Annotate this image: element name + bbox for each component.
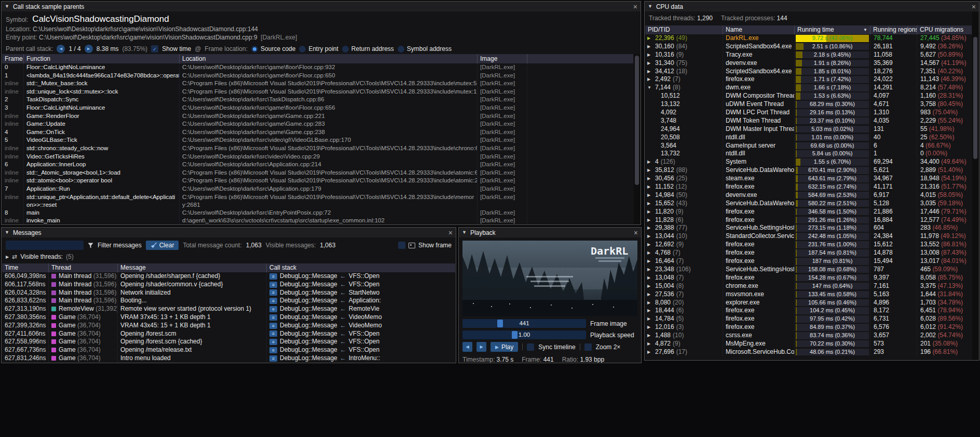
- expand-icon[interactable]: ▶: [647, 249, 653, 257]
- cpu-process-row[interactable]: 3,748 DWM Token Thread 23.37 ms (0.10%) …: [645, 117, 972, 125]
- callstack-icon[interactable]: ≡: [269, 330, 277, 337]
- expand-icon[interactable]: ▶: [647, 241, 653, 249]
- message-row[interactable]: 627,313,190ns RemoteView (31,392) Remote…: [2, 305, 455, 313]
- expander-icon[interactable]: ▶: [6, 255, 9, 259]
- cpu-process-row[interactable]: ▶ 4,872 (9) MsMpEng.exe 70.22 ms (0.30%)…: [645, 340, 972, 348]
- cpu-process-row[interactable]: ▶ 2,492 (7) firefox.exe 1.71 s (7.42%) 2…: [645, 75, 972, 84]
- cpu-process-row[interactable]: ▶ 13,048 (7) firefox.exe 154.28 ms (0.67…: [645, 274, 972, 282]
- cpu-process-row[interactable]: ▶ 30,456 (25) steam.exe 643.61 ms (2.79%…: [645, 175, 972, 183]
- callstack-frame-row[interactable]: inline Game::Update C:\Users\wolf\Deskto…: [2, 120, 633, 128]
- expand-icon[interactable]: ▶: [647, 299, 653, 307]
- cpu-process-row[interactable]: 24,964 DWM Master Input Thread 5.03 ms (…: [645, 125, 972, 134]
- callstack-icon[interactable]: ≡: [269, 289, 277, 296]
- callstack-icon[interactable]: ≡: [269, 273, 277, 280]
- col-running-time[interactable]: Running time▼: [795, 25, 870, 34]
- filter-input[interactable]: [6, 241, 84, 250]
- expand-icon[interactable]: ▶: [647, 59, 653, 68]
- callstack-frame-row[interactable]: inline std::unique_lock<std::mutex>::loc…: [2, 88, 633, 96]
- cpu-process-row[interactable]: 10,512 DWM Compositor Thread 1.53 s (6.6…: [645, 92, 972, 100]
- frame-slider[interactable]: 441: [462, 319, 586, 328]
- prev-parent-button[interactable]: ◀: [57, 45, 65, 53]
- callstack-frame-row[interactable]: inline Game::RenderFloor C:\Users\wolf\D…: [2, 112, 633, 121]
- col-callstack[interactable]: Call stack: [267, 263, 455, 272]
- callstack-frame-row[interactable]: 7 Application::Run C:\Users\wolf\Desktop…: [2, 185, 633, 193]
- expand-icon[interactable]: ▶: [647, 34, 653, 43]
- cpu-process-row[interactable]: ▶ 12,692 (9) firefox.exe 231.76 ms (1.00…: [645, 241, 972, 249]
- cpu-process-row[interactable]: 20,508 ntdll.dll 1.01 ms (0.00%) 40 25 (…: [645, 134, 972, 142]
- col-cpu-migrations[interactable]: CPU migrations: [917, 25, 972, 34]
- frame-location-radio[interactable]: Symbol address: [398, 45, 452, 52]
- radio-icon[interactable]: [299, 46, 306, 52]
- frame-location-radio[interactable]: Entry point: [299, 45, 338, 52]
- cpu-process-row[interactable]: ▶ 31,340 (75) devenv.exe 1.91 s (8.26%) …: [645, 59, 972, 68]
- message-row[interactable]: 627,558,996ns Game (36,704) Opening /for…: [2, 338, 455, 346]
- radio-icon[interactable]: [398, 46, 404, 52]
- cpu-process-row[interactable]: 3,564 GameInput server 69.68 us (0.00%) …: [645, 142, 972, 150]
- cpu-process-row[interactable]: ▶ 13,044 (10) StandardCollector.Service.…: [645, 232, 972, 241]
- callstack-frame-row[interactable]: 2 TaskDispatch::Sync C:\Users\wolf\Deskt…: [2, 96, 633, 104]
- cpu-process-row[interactable]: ▶ 16,464 (7) firefox.exe 187 ms (0.81%) …: [645, 257, 972, 266]
- expand-icon[interactable]: ▶: [647, 323, 653, 332]
- callstack-icon[interactable]: ≡: [269, 306, 277, 312]
- callstack-icon[interactable]: ≡: [269, 314, 277, 321]
- expand-icon[interactable]: ▶: [647, 158, 653, 166]
- callstack-frame-row[interactable]: inline std::chrono::steady_clock::now C:…: [2, 144, 633, 153]
- col-message[interactable]: Message: [118, 263, 267, 272]
- message-row[interactable]: 626,833,622ns Main thread (31,596) Booti…: [2, 297, 455, 305]
- cpu-process-row[interactable]: ▶ 11,152 (12) firefox.exe 632.15 ms (2.7…: [645, 183, 972, 191]
- step-forward-button[interactable]: ▶: [477, 342, 486, 352]
- col-running-regions[interactable]: Running regions: [870, 25, 917, 34]
- expand-icon[interactable]: ▶: [647, 43, 653, 51]
- expand-icon[interactable]: ▼: [647, 84, 653, 92]
- col-name[interactable]: Name: [723, 25, 795, 34]
- visible-threads-label[interactable]: Visible threads:: [20, 253, 63, 260]
- col-thread[interactable]: Thread: [49, 263, 118, 272]
- cpu-process-row[interactable]: ▶ 34,412 (18) ScriptedSandbox64.exe 1.85…: [645, 68, 972, 76]
- message-row[interactable]: 626,024,328ns Main thread (31,596) Netwo…: [2, 289, 455, 297]
- expand-icon[interactable]: ▶: [647, 332, 653, 340]
- cpu-process-row[interactable]: ▶ 8,080 (20) explorer.exe 105.66 ms (0.4…: [645, 299, 972, 307]
- clear-button[interactable]: Clear: [146, 241, 179, 250]
- callstack-frame-row[interactable]: 5 VideoGLBase::Tick C:\Users\wolf\Deskto…: [2, 136, 633, 144]
- cpu-process-row[interactable]: ▶ 4,768 (7) firefox.exe 187.54 ms (0.81%…: [645, 249, 972, 257]
- callstack-frame-row[interactable]: 1 <lambda_84a19dc444fae966ca174e83e708bd…: [2, 72, 633, 80]
- cpu-process-row[interactable]: ▶ 18,444 (6) firefox.exe 104.2 ms (0.45%…: [645, 307, 972, 315]
- message-row[interactable]: 606,117,568ns Main thread (31,596) Openi…: [2, 281, 455, 289]
- collapse-icon[interactable]: ▼: [5, 230, 9, 235]
- cpu-process-row[interactable]: ▶ 30,160 (84) ScriptedSandbox64.exe 2.51…: [645, 43, 972, 51]
- frame-location-radio[interactable]: Source code: [251, 45, 295, 52]
- cpu-process-row[interactable]: ▶ 15,652 (43) ServiceHub.DataWarehouseHo…: [645, 200, 972, 208]
- cpu-process-row[interactable]: ▼ 7,144 (8) dwm.exe 1.66 s (7.18%) 14,29…: [645, 84, 972, 92]
- scrollbar-thumb[interactable]: [973, 37, 977, 159]
- expand-icon[interactable]: ▶: [647, 290, 653, 299]
- expand-icon[interactable]: ▶: [647, 307, 653, 315]
- message-row[interactable]: 606,049,398ns Main thread (31,596) Openi…: [2, 272, 455, 281]
- expand-icon[interactable]: ▶: [647, 266, 653, 274]
- expand-icon[interactable]: ▶: [647, 68, 653, 76]
- expand-icon[interactable]: ▶: [647, 216, 653, 224]
- callstack-icon[interactable]: ≡: [269, 282, 277, 288]
- sync-timeline-checkbox[interactable]: [527, 343, 534, 351]
- cpu-process-row[interactable]: ▶ 23,348 (106) ServiceHub.SettingsHost.e…: [645, 266, 972, 274]
- show-frame-checkbox[interactable]: [398, 242, 405, 249]
- radio-icon[interactable]: [342, 46, 349, 52]
- expand-icon[interactable]: ▶: [647, 183, 653, 191]
- callstack-icon[interactable]: ≡: [269, 355, 277, 362]
- expand-icon[interactable]: ▶: [647, 315, 653, 323]
- close-icon[interactable]: ×: [448, 229, 453, 236]
- expand-icon[interactable]: ▶: [647, 257, 653, 266]
- callstack-frame-row[interactable]: 8 main C:\Users\wolf\Desktop\darkrl\src\…: [2, 209, 633, 217]
- close-icon[interactable]: ×: [972, 3, 976, 10]
- callstack-scrollbar[interactable]: [634, 54, 640, 224]
- message-row[interactable]: 627,380,356ns Game (36,704) VRAM 37x45: …: [2, 313, 455, 322]
- callstack-frame-row[interactable]: inline std::atomic<bool>::operator bool …: [2, 177, 633, 185]
- next-parent-button[interactable]: ▶: [85, 45, 93, 53]
- cpu-process-row[interactable]: ▶ 29,388 (77) ServiceHub.SettingsHost.ex…: [645, 224, 972, 232]
- scrollbar-thumb[interactable]: [635, 56, 639, 185]
- col-image[interactable]: Image: [478, 54, 527, 63]
- callstack-icon[interactable]: ≡: [269, 347, 277, 353]
- collapse-icon[interactable]: ▼: [648, 4, 652, 9]
- col-function[interactable]: Function: [24, 54, 180, 63]
- cpu-process-row[interactable]: ▶ 22,396 (49) DarkRL.exe 9.72 s (42.06%)…: [645, 34, 972, 43]
- cpu-process-row[interactable]: 13,132 uDWM Event Thread 68.29 ms (0.30%…: [645, 100, 972, 109]
